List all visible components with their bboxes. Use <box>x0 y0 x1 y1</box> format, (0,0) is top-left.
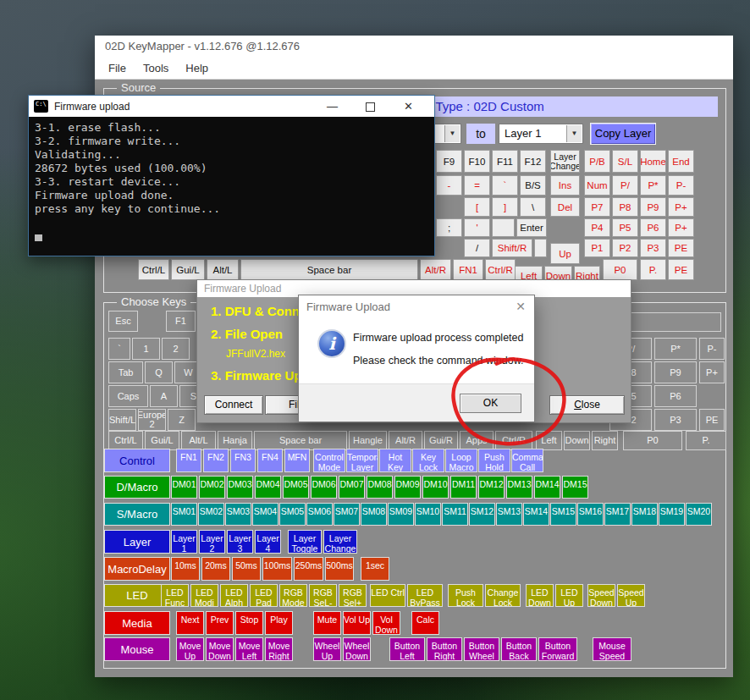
source-key-blank[interactable] <box>534 239 547 257</box>
palette-key-next[interactable]: Next <box>176 611 204 635</box>
source-key-p0[interactable]: P0 <box>603 259 637 280</box>
source-key-ins[interactable]: Ins <box>550 175 580 196</box>
palette-key-layer-2[interactable]: Layer 2 <box>199 530 225 554</box>
palette-key-sm11[interactable]: SM11 <box>442 503 468 526</box>
palette-key-dm03[interactable]: DM03 <box>227 476 253 499</box>
choose-key-a[interactable]: A <box>150 385 178 407</box>
palette-key-wheel-up[interactable]: Wheel Up <box>313 637 341 661</box>
source-key-s-l[interactable]: S/L <box>612 150 638 173</box>
choose-key-pe[interactable]: PE <box>699 409 725 431</box>
source-key-p[interactable]: P+ <box>668 197 694 217</box>
palette-key-push-hold[interactable]: Push Hold <box>478 449 510 472</box>
source-key-layer-change[interactable]: Layer Change <box>550 150 580 173</box>
palette-key-move-right[interactable]: Move Right <box>265 637 293 661</box>
source-key-blank[interactable]: ; <box>436 218 462 237</box>
choose-key-q[interactable]: Q <box>145 361 173 383</box>
palette-key-dm14[interactable]: DM14 <box>534 476 560 499</box>
choose-key-left[interactable]: Left <box>536 431 562 450</box>
palette-key-led-alph[interactable]: LED Alph <box>220 584 248 607</box>
palette-key-vol-up[interactable]: Vol Up <box>343 611 371 635</box>
choose-key-europe-2[interactable]: Europe 2 <box>138 409 166 431</box>
source-key-f10[interactable]: F10 <box>464 150 490 173</box>
source-key-ctrl-r[interactable]: Ctrl/R <box>485 259 516 280</box>
close-icon[interactable]: ✕ <box>389 96 427 117</box>
palette-key-speed-down[interactable]: Speed Down <box>587 584 615 607</box>
palette-key-play[interactable]: Play <box>265 611 293 635</box>
palette-key-fn3[interactable]: FN3 <box>230 449 256 472</box>
palette-key-dm06[interactable]: DM06 <box>311 476 337 499</box>
source-key-alt-l[interactable]: Alt/L <box>207 259 239 280</box>
choose-key-p6[interactable]: P6 <box>654 385 697 407</box>
choose-key-ctrl-l[interactable]: Ctrl/L <box>108 431 143 450</box>
choose-key-p[interactable]: P+ <box>699 361 725 383</box>
palette-key-led-bypass[interactable]: LED ByPass <box>407 584 443 607</box>
source-key-p3[interactable]: P3 <box>640 239 666 257</box>
source-key-pe[interactable]: PE <box>668 239 694 257</box>
palette-key-button-wheel[interactable]: Button Wheel <box>464 637 499 661</box>
choose-key-right[interactable]: Right <box>592 431 618 450</box>
choose-key-p9[interactable]: P9 <box>654 361 697 383</box>
source-key-f11[interactable]: F11 <box>492 150 518 173</box>
close-icon[interactable]: ✕ <box>516 295 526 318</box>
palette-label-layer[interactable]: Layer <box>104 530 170 554</box>
choose-key-2[interactable]: 2 <box>162 338 190 360</box>
choose-key-hanja[interactable]: Hanja <box>218 431 252 450</box>
choose-key-alt-l[interactable]: Alt/L <box>181 431 216 450</box>
choose-key-f1[interactable]: F1 <box>166 311 196 332</box>
choose-key-gui-l[interactable]: Gui/L <box>145 431 179 450</box>
palette-key-dm02[interactable]: DM02 <box>199 476 225 499</box>
palette-key-20ms[interactable]: 20ms <box>201 557 230 581</box>
palette-key-sm14[interactable]: SM14 <box>523 503 549 526</box>
source-key-space-bar[interactable]: Space bar <box>240 259 418 280</box>
palette-key-control-mode[interactable]: Control Mode <box>313 449 345 472</box>
palette-key-layer-1[interactable]: Layer 1 <box>171 530 197 554</box>
source-key-p[interactable]: P. <box>640 259 666 280</box>
source-key-f9[interactable]: F9 <box>436 150 462 173</box>
source-key-p5[interactable]: P5 <box>612 218 638 237</box>
connect-button[interactable]: Connect <box>204 395 263 415</box>
palette-label-macrodelay[interactable]: MacroDelay <box>104 557 170 581</box>
source-key-alt-r[interactable]: Alt/R <box>420 259 451 280</box>
palette-key-250ms[interactable]: 250ms <box>294 557 323 581</box>
palette-label-media[interactable]: Media <box>104 611 170 635</box>
source-key-up[interactable]: Up <box>550 243 580 264</box>
choose-key-hangle[interactable]: Hangle <box>349 431 387 450</box>
ok-button[interactable]: OK <box>460 394 521 413</box>
palette-key-calc[interactable]: Calc <box>411 611 439 635</box>
palette-key-dm05[interactable]: DM05 <box>283 476 309 499</box>
choose-key-gui-r[interactable]: Gui/R <box>424 431 458 450</box>
palette-key-dm11[interactable]: DM11 <box>450 476 477 499</box>
palette-key-dm08[interactable]: DM08 <box>367 476 393 499</box>
choose-key-space-bar[interactable]: Space bar <box>254 431 347 450</box>
close-button[interactable]: Close <box>549 395 625 415</box>
source-key-num[interactable]: Num <box>584 175 610 196</box>
source-key-home[interactable]: Home <box>640 150 666 173</box>
palette-key-led-modi[interactable]: LED Modi <box>190 584 218 607</box>
palette-key-vol-down[interactable]: Vol Down <box>372 611 400 635</box>
choose-key-esc[interactable]: Esc <box>108 311 138 332</box>
choose-key-shift-l[interactable]: Shift/L <box>108 409 136 431</box>
palette-key-led-down[interactable]: LED Down <box>526 584 554 607</box>
palette-key-layer-4[interactable]: Layer 4 <box>255 530 281 554</box>
source-key-pe[interactable]: PE <box>668 259 694 280</box>
palette-key-temporary-layer[interactable]: Temporary Layer <box>346 449 378 472</box>
palette-key-key-lock[interactable]: Key Lock <box>412 449 444 472</box>
palette-key-sm18[interactable]: SM18 <box>631 503 658 526</box>
palette-key-button-right[interactable]: Button Right <box>427 637 462 661</box>
choose-key-p3[interactable]: P3 <box>654 409 697 431</box>
palette-key-sm13[interactable]: SM13 <box>496 503 522 526</box>
palette-key-sm06[interactable]: SM06 <box>306 503 333 526</box>
palette-key-move-down[interactable]: Move Down <box>206 637 234 661</box>
palette-key-sm08[interactable]: SM08 <box>361 503 387 526</box>
choose-key-z[interactable]: Z <box>168 409 196 431</box>
palette-key-layer-toggle[interactable]: Layer Toggle <box>288 530 322 554</box>
palette-key-100ms[interactable]: 100ms <box>262 557 292 581</box>
source-key-p7[interactable]: P7 <box>584 197 610 217</box>
palette-key-loop-macro[interactable]: Loop Macro <box>445 449 477 472</box>
choose-key-down[interactable]: Down <box>564 431 590 450</box>
choose-key-p[interactable]: P. <box>686 431 726 450</box>
source-key-fn1[interactable]: FN1 <box>453 259 483 280</box>
source-key-blank[interactable]: ] <box>492 197 518 217</box>
palette-key-dm07[interactable]: DM07 <box>339 476 365 499</box>
palette-label-smacro[interactable]: S/Macro <box>104 503 170 526</box>
